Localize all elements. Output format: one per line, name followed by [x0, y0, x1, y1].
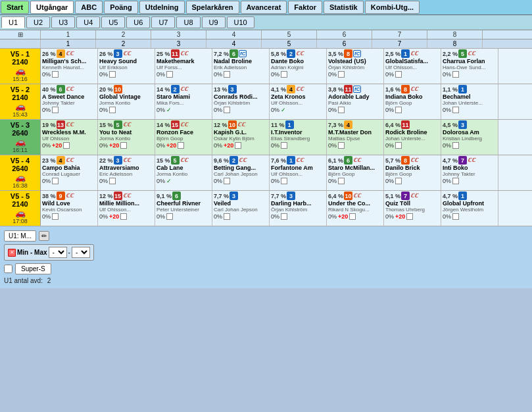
horse-bottom-row: 0% +20	[99, 213, 153, 220]
horse-top-row: 23 % 4 ℂℂ	[42, 156, 96, 165]
race-distance: 2140	[12, 93, 28, 101]
checkbox[interactable]	[452, 213, 459, 220]
cc-icon: ℂℂ	[66, 157, 74, 163]
checkbox[interactable]	[235, 142, 241, 149]
checkbox[interactable]	[395, 178, 402, 184]
checkbox[interactable]	[452, 71, 459, 78]
horse-num-badge: 2	[287, 49, 295, 58]
horse-pct-zero: 0%	[443, 142, 451, 149]
tab-u3[interactable]: U3	[51, 16, 75, 28]
checkbox[interactable]	[224, 178, 230, 184]
nav-btn-spelarkaren[interactable]: Spelarkåren	[186, 1, 239, 14]
nav-btn-statistik[interactable]: Statistik	[324, 1, 364, 14]
checkbox[interactable]	[452, 107, 459, 113]
super-s-row: Super-S	[4, 263, 528, 274]
checkmark[interactable]: ✓	[166, 107, 172, 113]
checkbox[interactable]	[224, 107, 230, 113]
checkbox[interactable]	[338, 71, 345, 78]
horse-pct: 4,5 %	[443, 122, 458, 128]
horse-top-row: 9,1 % 6	[157, 192, 210, 200]
horse-name: Inti Boko	[443, 165, 496, 171]
checkbox[interactable]	[452, 142, 459, 149]
cc-icon: ℂℂ	[410, 157, 418, 163]
checkbox[interactable]	[338, 178, 345, 184]
horse-cell-v5-2-5: 3,8 % 11 fC Adorable Lady Pasi Aikio 0%	[327, 84, 384, 119]
nav-btn-faktor[interactable]: Faktor	[288, 1, 322, 14]
checkbox[interactable]	[281, 213, 287, 220]
horse-cell-v5-1-1: 26 % 3 ℂℂ Heavy Sound Ulf Erikkson 0%	[98, 49, 155, 84]
checkbox[interactable]	[52, 107, 59, 113]
checkmark[interactable]: ✓	[281, 107, 286, 113]
horse-top-row: 4,7 % 1	[443, 192, 496, 200]
max-select[interactable]: -	[72, 247, 90, 258]
horse-num-badge: 8	[401, 85, 410, 93]
min-select[interactable]: -	[49, 247, 67, 258]
checkbox[interactable]	[166, 71, 173, 78]
tab-u5[interactable]: U5	[101, 16, 125, 28]
checkbox[interactable]	[349, 213, 356, 220]
checkbox[interactable]	[395, 107, 402, 113]
horse-num-badge: 6	[172, 192, 181, 200]
tab-u8[interactable]: U8	[176, 16, 200, 28]
horse-bottom-row: 0%	[443, 71, 496, 78]
checkbox[interactable]	[166, 213, 173, 220]
checkbox[interactable]	[52, 178, 59, 184]
tab-u10[interactable]: U10	[227, 16, 254, 28]
nav-btn-kombi[interactable]: Kombi-Utg...	[365, 1, 420, 14]
super-s-button[interactable]: Super-S	[15, 263, 51, 274]
tab-u2[interactable]: U2	[26, 16, 50, 28]
tab-u7[interactable]: U7	[151, 16, 175, 28]
checkbox[interactable]	[109, 71, 116, 78]
horse-top-row: 7,6 % 1 ℂℂ	[271, 156, 325, 165]
checkbox[interactable]	[63, 142, 70, 149]
tab-u6[interactable]: U6	[126, 16, 150, 28]
checkbox[interactable]	[281, 178, 287, 184]
horse-num-badge: 8	[344, 49, 352, 58]
horse-trainer: Mika Fors...	[157, 100, 210, 106]
nav-btn-utgangar[interactable]: Utgångar	[30, 1, 74, 14]
super-s-checkbox[interactable]	[4, 265, 12, 273]
nav-btn-start[interactable]: Start	[1, 1, 29, 14]
horse-trainer: Jorma Kontio	[99, 100, 153, 106]
nav-btn-poang[interactable]: Poäng	[104, 1, 138, 14]
checkbox[interactable]	[452, 178, 459, 184]
horse-top-row: 7,2 % 6 fC	[214, 49, 268, 58]
edit-button[interactable]: ✏	[39, 231, 49, 241]
checkbox[interactable]	[109, 107, 116, 113]
horse-name: Staro Miami	[157, 93, 210, 100]
checkbox[interactable]	[338, 107, 345, 113]
checkbox[interactable]	[395, 71, 402, 78]
horse-num-badge: 10	[228, 120, 237, 129]
horse-bottom-row: 0%	[157, 71, 210, 78]
checkbox[interactable]	[281, 142, 287, 149]
horse-name: Milligan's Sch...	[42, 58, 96, 64]
tab-u4[interactable]: U4	[76, 16, 100, 28]
nav-btn-abc[interactable]: ABC	[75, 1, 103, 14]
checkbox[interactable]	[395, 142, 402, 149]
race-label-v5-5: V5 - 5 2140 🚗 17:08	[0, 191, 41, 226]
horse-trainer: Adrian Kolgini	[271, 64, 325, 70]
close-button[interactable]: ✕	[8, 249, 16, 257]
checkmark[interactable]: ✓	[166, 178, 172, 184]
checkbox[interactable]	[52, 71, 59, 78]
horse-top-row: 20 % 10	[99, 85, 153, 93]
checkbox[interactable]	[52, 213, 59, 220]
horse-pct: 15 %	[99, 122, 113, 128]
horse-num-badge: 1	[285, 120, 294, 129]
horse-pct: 5,8 %	[271, 51, 286, 57]
checkbox[interactable]	[224, 71, 230, 78]
tab-u9[interactable]: U9	[202, 16, 226, 28]
checkbox[interactable]	[120, 142, 127, 149]
horse-name: Bechamel	[443, 93, 496, 100]
nav-btn-avancerat[interactable]: Avancerat	[241, 1, 287, 14]
nav-btn-utdelning[interactable]: Utdelning	[139, 1, 185, 14]
checkbox[interactable]	[224, 213, 230, 220]
checkbox[interactable]	[406, 213, 413, 220]
horse-bottom-row: 0%	[328, 107, 382, 113]
checkbox[interactable]	[120, 213, 127, 220]
checkbox[interactable]	[109, 178, 116, 184]
checkbox[interactable]	[338, 142, 345, 149]
tab-u1[interactable]: U1	[1, 16, 25, 28]
checkbox[interactable]	[178, 142, 184, 149]
checkbox[interactable]	[281, 71, 287, 78]
